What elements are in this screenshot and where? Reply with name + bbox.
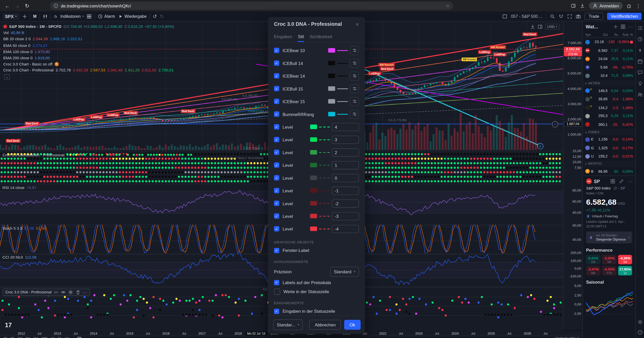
legend-row-label[interactable]: EMA 50 close 0 (3, 42, 30, 48)
extensions-icon[interactable] (627, 3, 632, 8)
plot-checkbox[interactable]: ✓ (274, 60, 279, 66)
watchlist-row[interactable]: 10024.0425,50,11% (583, 55, 635, 63)
range-button-5T[interactable]: 5T (10, 337, 14, 338)
level-value-input[interactable] (332, 199, 359, 207)
site-info-icon[interactable] (53, 3, 58, 8)
watchlist-row[interactable]: 23.18-130-0,56% (583, 38, 635, 46)
color-swatch[interactable] (328, 73, 335, 78)
pane-collapse-button[interactable]: ▴ (4, 75, 10, 80)
watchlist-row[interactable]: D148,50,040,03% (583, 87, 635, 95)
range-button-1T[interactable]: 1T (3, 337, 7, 338)
detail-edit-icon[interactable] (619, 179, 624, 184)
plot-checkbox[interactable]: ✓ (274, 73, 279, 79)
close-icon[interactable]: × (355, 21, 359, 28)
cancel-button[interactable]: Abbrechen (309, 320, 341, 329)
plot-checkbox[interactable]: ✓ (274, 111, 279, 117)
line-style-preview[interactable] (319, 190, 330, 191)
level-value-input[interactable] (332, 212, 359, 220)
stoch-legend[interactable]: Stoch 5 3 3 67,06 51,50 (3, 226, 46, 231)
line-settings-button[interactable] (350, 71, 359, 80)
color-swatch[interactable] (328, 61, 335, 65)
undo-icon[interactable]: ↺ (153, 13, 157, 19)
legend-row-label[interactable]: Vol (3, 30, 9, 36)
watchlist-row[interactable]: 360,1-20,-5,42% (583, 120, 635, 129)
line-style-preview[interactable] (319, 165, 330, 166)
clock-label[interactable]: 17:09:35 UTC+2 (555, 337, 579, 338)
color-swatch[interactable] (310, 201, 317, 206)
werte-statuszeile-toggle-checkbox[interactable] (274, 288, 280, 294)
level-value-input[interactable] (332, 123, 359, 131)
redo-icon[interactable]: ↻ (160, 13, 164, 19)
legend-symbol-title[interactable]: S&P 500 Index - 1M - SPCFD (9, 23, 61, 30)
level-checkbox[interactable]: ✓ (274, 213, 279, 219)
side-panel-icon[interactable] (571, 3, 576, 8)
watchlist-row[interactable]: 10.471,50,69% (583, 71, 635, 80)
color-swatch[interactable] (310, 188, 317, 193)
fenster-label-toggle-checkbox[interactable]: ✓ (274, 248, 279, 253)
alarms-icon[interactable] (637, 37, 643, 42)
watchlist-grid-icon[interactable] (621, 24, 626, 29)
fullscreen-icon[interactable] (567, 14, 572, 19)
level-checkbox[interactable]: ✓ (274, 226, 279, 232)
level-value-input[interactable] (332, 161, 359, 169)
line-style-preview[interactable] (337, 50, 348, 51)
template-dropdown[interactable]: Standar... ▾ (273, 319, 303, 330)
interval-button[interactable]: M (33, 14, 36, 19)
column-header-Änd. %[interactable]: Änd. % (618, 33, 633, 37)
legend-row-label[interactable]: EMA 100 close 0 (3, 48, 33, 55)
lochstreifen-legend[interactable]: Croc 3.0 Lochstreifen - Professional (3, 153, 192, 157)
dialog-header[interactable]: Croc 3.0 DNA - Professional × (268, 17, 365, 31)
range-button-3M[interactable]: 3M (26, 337, 30, 338)
range-button-6M[interactable]: 6M (33, 337, 38, 338)
column-header-Än[interactable]: Än (608, 33, 618, 37)
settings-icon[interactable] (637, 319, 643, 325)
alert-button[interactable]: Alarm (98, 14, 115, 19)
line-settings-button[interactable] (350, 84, 359, 93)
watchlist-row[interactable]: D134,2-2,0-1,46% (583, 103, 635, 112)
plot-checkbox[interactable]: ✓ (274, 86, 279, 91)
quick-search-icon[interactable] (550, 14, 555, 19)
level-value-input[interactable] (332, 174, 359, 182)
level-checkbox[interactable]: ✓ (274, 188, 279, 193)
level-price-label[interactable]: 1.687,04 (564, 122, 582, 127)
legend-row-label[interactable]: BB 20 close 2 0 (3, 36, 31, 42)
level-checkbox[interactable]: ✓ (274, 150, 279, 155)
bookmark-star-icon[interactable]: ☆ (446, 3, 450, 9)
color-swatch[interactable] (328, 99, 335, 104)
dna-legend[interactable]: Croc 3.0 DNA - Professional on ⋯ (3, 288, 90, 296)
watchlist-row[interactable]: 505.69-39,-0,70% (583, 63, 635, 72)
signin-button[interactable]: Anmelden (589, 2, 623, 10)
cci-legend[interactable]: CCI 20 hlc3 112,06 (3, 255, 37, 260)
level-checkbox[interactable]: ✓ (274, 201, 279, 206)
watchlist-row[interactable]: E1,156-0,0-0,14% (583, 135, 635, 144)
download-icon[interactable] (580, 3, 585, 8)
range-button-5J[interactable]: 5J (58, 337, 61, 338)
color-swatch[interactable] (310, 163, 317, 167)
layout-name[interactable]: 057 - S&P 500 ... (511, 14, 542, 19)
color-swatch[interactable] (328, 86, 335, 91)
tab-Eingaben[interactable]: Eingaben (274, 31, 292, 42)
line-style-preview[interactable] (319, 216, 330, 216)
price-label-anchor-icon[interactable]: « (552, 121, 558, 127)
watchlist-section-AKTIEN[interactable]: ▾AKTIEN (583, 80, 635, 87)
replay-button[interactable]: Wiedergabe (118, 14, 147, 19)
chart-type-icon[interactable] (43, 14, 48, 19)
color-swatch[interactable] (310, 150, 317, 155)
last-price-label[interactable]: 6.582,6827d 6h (564, 47, 582, 56)
address-bar[interactable]: de.tradingview.com/chart/sownhQKr/ ☆ (50, 2, 453, 10)
line-style-preview[interactable] (337, 114, 348, 114)
level-value-input[interactable] (332, 225, 359, 233)
external-link-icon[interactable] (614, 187, 617, 190)
range-button-YTD[interactable]: YTD (41, 337, 48, 338)
watchlist-row[interactable]: G1,325-0,0-0,17% (583, 144, 635, 152)
trade-button[interactable]: Trade (584, 13, 603, 20)
gear-icon[interactable] (68, 290, 73, 295)
line-style-preview[interactable] (319, 126, 330, 127)
layout-select-icon[interactable] (502, 14, 507, 19)
legend-row-label[interactable]: Croc 3.0 Chart - Basic on off (3, 61, 53, 67)
reload-button[interactable]: ↻ (23, 3, 31, 9)
plot-checkbox[interactable]: ✓ (274, 48, 279, 53)
browser-menu-icon[interactable]: ⋮ (636, 3, 641, 9)
range-button-Alle[interactable]: Alle (64, 337, 70, 338)
news-icon[interactable] (637, 48, 643, 53)
